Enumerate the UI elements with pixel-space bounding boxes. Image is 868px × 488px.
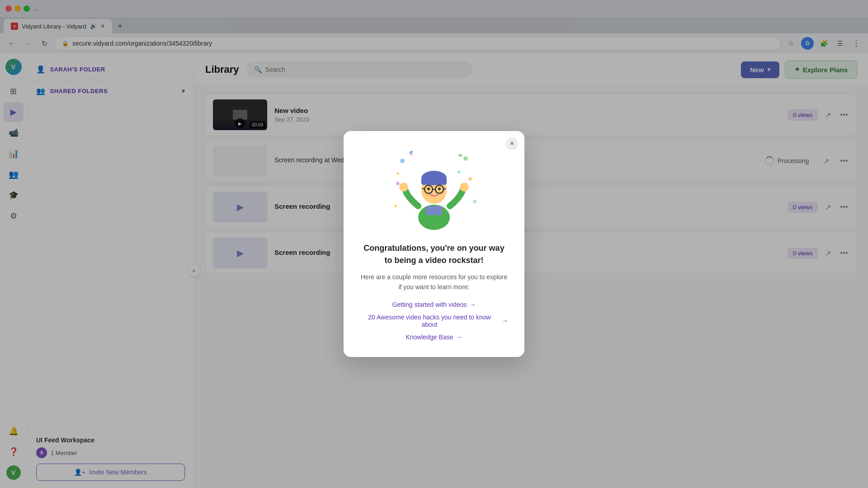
svg-point-5: [458, 171, 460, 174]
modal: ✕: [344, 131, 524, 357]
svg-point-14: [460, 183, 469, 192]
modal-overlay[interactable]: ✕: [0, 0, 868, 488]
modal-subtitle: Here are a couple more resources for you…: [360, 272, 508, 292]
knowledge-base-link[interactable]: Knowledge Base →: [360, 333, 508, 341]
arrow-right-icon-2: →: [502, 317, 508, 324]
svg-point-24: [427, 188, 430, 190]
svg-rect-18: [421, 177, 447, 185]
svg-point-25: [438, 188, 441, 190]
svg-rect-9: [458, 154, 462, 157]
svg-point-2: [396, 182, 400, 185]
svg-rect-11: [396, 172, 400, 174]
svg-point-1: [463, 156, 468, 161]
link2-text: 20 Awesome video hacks you need to know …: [360, 314, 499, 328]
svg-point-13: [399, 183, 408, 192]
getting-started-link[interactable]: Getting started with videos →: [360, 301, 508, 308]
character-svg: [389, 147, 479, 233]
modal-title: Congratulations, you're on your way to b…: [360, 242, 508, 267]
svg-point-3: [468, 177, 472, 181]
link3-text: Knowledge Base: [406, 333, 453, 341]
modal-illustration: [389, 147, 479, 233]
link1-text: Getting started with videos: [392, 301, 467, 308]
svg-point-0: [400, 159, 405, 163]
svg-rect-26: [426, 206, 442, 215]
arrow-right-icon-3: →: [456, 333, 462, 341]
video-hacks-link[interactable]: 20 Awesome video hacks you need to know …: [360, 314, 508, 328]
modal-close-btn[interactable]: ✕: [505, 137, 518, 150]
svg-point-6: [473, 200, 476, 203]
svg-point-7: [394, 205, 397, 207]
arrow-right-icon: →: [469, 301, 476, 308]
